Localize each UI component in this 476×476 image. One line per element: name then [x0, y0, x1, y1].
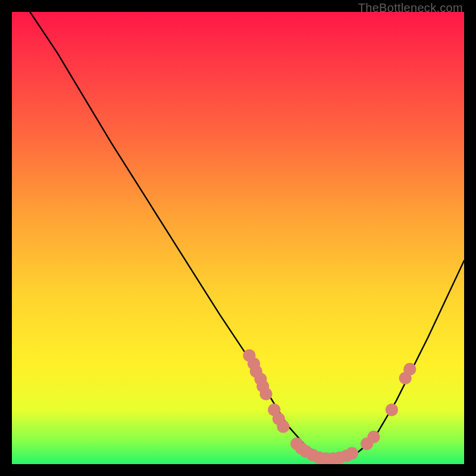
chart-marker [403, 363, 416, 375]
bottleneck-curve [30, 12, 464, 459]
chart-marker [367, 431, 380, 443]
chart-marker [346, 447, 358, 459]
chart-marker [277, 420, 289, 433]
chart-plot-area [12, 12, 464, 464]
chart-marker [386, 403, 398, 416]
watermark-text: TheBottleneck.com [358, 1, 463, 15]
marker-group [243, 349, 416, 464]
chart-svg [12, 12, 464, 464]
chart-marker [260, 388, 273, 400]
